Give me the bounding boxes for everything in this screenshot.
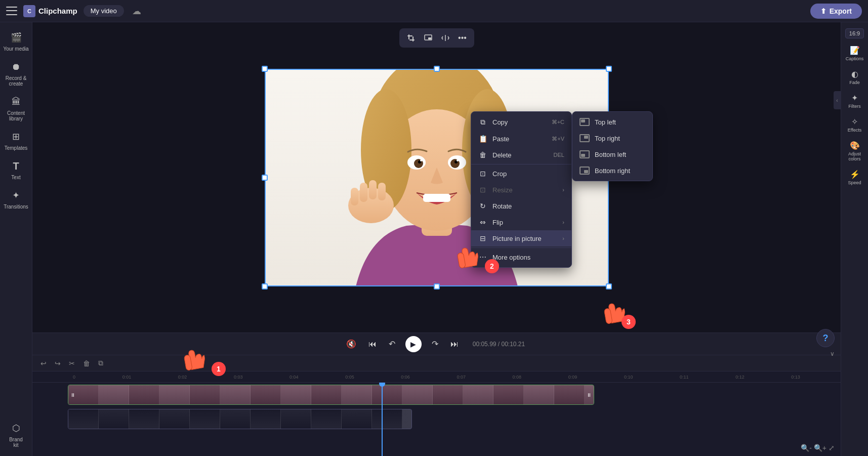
fade-button[interactable]: ◐ Fade [843, 66, 867, 88]
pip-top-right[interactable]: Top right [572, 130, 652, 146]
zoom-fit-button[interactable]: ⤢ [829, 444, 835, 452]
play-pause-button[interactable]: ▶ [405, 336, 422, 352]
rewind-button[interactable]: ↶ [387, 337, 397, 351]
context-menu-crop[interactable]: ⊡ Crop [471, 165, 571, 182]
time-separator: / [498, 341, 502, 348]
main-area: 🎬 Your media ⏺ Record &create 🏛 Contentl… [0, 22, 868, 456]
mirror-toolbar-btn[interactable] [438, 30, 453, 46]
panel-scroll-down[interactable]: ∨ [830, 350, 835, 357]
context-menu-rotate[interactable]: ↻ Rotate [471, 198, 571, 214]
adjust-colors-label: Adjustcolors [848, 151, 861, 161]
pip-bottom-left-label: Bottom left [595, 151, 626, 158]
track-row-second [32, 407, 841, 431]
ruler-marks: 0 0:01 0:02 0:03 0:04 0:05 0:06 0:07 0:0… [73, 375, 800, 380]
context-menu: ⧉ Copy ⌘+C 📋 Paste ⌘+V 🗑 Delete DEL ⊡ Cr… [471, 111, 572, 268]
left-sidebar: 🎬 Your media ⏺ Record &create 🏛 Contentl… [0, 22, 32, 456]
handle-bottom-right[interactable] [606, 283, 612, 289]
pip-submenu: Top left Top right Bottom left Bottom ri… [572, 111, 653, 181]
svg-rect-0 [408, 34, 409, 39]
rotate-icon: ↻ [478, 202, 487, 210]
adjust-colors-button[interactable]: 🎨 Adjustcolors [843, 138, 867, 164]
redo-button[interactable]: ↪ [53, 358, 63, 368]
more-options-icon: ⋯ [478, 253, 487, 261]
record-icon: ⏺ [9, 60, 23, 74]
sidebar-item-transitions[interactable]: ✦ Transitions [1, 184, 31, 214]
speed-icon: ⚡ [850, 170, 860, 179]
handle-top-right[interactable] [606, 66, 612, 72]
context-menu-resize[interactable]: ⊡ Resize › [471, 182, 571, 198]
undo-button[interactable]: ↩ [38, 358, 49, 368]
pip-label: Picture in picture [492, 235, 542, 242]
sidebar-item-your-media[interactable]: 🎬 Your media [1, 26, 31, 56]
sidebar-item-templates[interactable]: ⊞ Templates [1, 126, 31, 155]
paste-shortcut: ⌘+V [552, 136, 564, 142]
templates-icon: ⊞ [9, 130, 23, 144]
pip-bottom-right-icon [580, 167, 590, 175]
handle-top-left[interactable] [262, 66, 268, 72]
cloud-save-icon[interactable]: ☁ [132, 6, 141, 17]
context-menu-delete[interactable]: 🗑 Delete DEL [471, 147, 571, 163]
cut-button[interactable]: ✂ [67, 358, 77, 368]
speed-button[interactable]: ⚡ Speed [843, 167, 867, 188]
sidebar-item-text[interactable]: T Text [1, 155, 31, 184]
delete-button[interactable]: 🗑 [81, 358, 92, 368]
effects-button[interactable]: ✧ Effects [843, 114, 867, 136]
context-menu-more-options[interactable]: ⋯ More options [471, 249, 571, 265]
timeline-area: ↩ ↪ ✂ 🗑 ⧉ 0 0:01 0:02 0:03 0:04 0:05 0:0… [32, 355, 841, 456]
handle-bottom-left[interactable] [262, 283, 268, 289]
sidebar-label-record-create: Record &create [6, 75, 27, 87]
delete-shortcut: DEL [554, 152, 564, 158]
svg-rect-5 [428, 37, 431, 39]
timeline-playhead[interactable] [382, 383, 383, 456]
context-menu-pip[interactable]: ⊟ Picture in picture › [471, 230, 571, 246]
sidebar-item-record-create[interactable]: ⏺ Record &create [1, 56, 31, 91]
skip-to-end-button[interactable]: ⏭ [448, 338, 461, 351]
skip-to-start-button[interactable]: ⏮ [366, 338, 379, 351]
captions-button[interactable]: 📝 Captions [843, 43, 867, 64]
resize-label: Resize [492, 186, 513, 194]
svg-rect-20 [423, 194, 450, 202]
delete-icon: 🗑 [478, 151, 487, 159]
context-menu-copy[interactable]: ⧉ Copy ⌘+C [471, 114, 571, 131]
export-button[interactable]: ⬆ Export [810, 4, 862, 19]
second-clip[interactable] [68, 409, 412, 429]
center-content: ••• [32, 22, 841, 456]
sidebar-item-brand-kit[interactable]: ⬡ Brandkit [1, 417, 31, 452]
more-toolbar-btn[interactable]: ••• [455, 30, 470, 46]
svg-rect-26 [378, 183, 386, 200]
text-icon: T [9, 159, 23, 173]
context-menu-paste[interactable]: 📋 Paste ⌘+V [471, 131, 571, 147]
filters-button[interactable]: ✦ Filters [843, 90, 867, 112]
handle-mid-left[interactable] [262, 175, 268, 181]
hamburger-menu[interactable] [6, 6, 17, 17]
pip-bottom-left[interactable]: Bottom left [572, 146, 652, 162]
playback-controls: 🔇 ⏮ ↶ ▶ ↷ ⏭ 00:05.99 / 00:10.21 [32, 333, 841, 355]
crop-toolbar-btn[interactable] [403, 30, 419, 46]
help-button[interactable]: ? [816, 329, 835, 347]
app-title: Clipchamp [38, 7, 77, 15]
sidebar-label-templates: Templates [5, 145, 28, 151]
handle-top-mid[interactable] [434, 66, 440, 72]
pip-top-left[interactable]: Top left [572, 114, 652, 130]
sidebar-item-content-library[interactable]: 🏛 Contentlibrary [1, 91, 31, 126]
context-menu-flip[interactable]: ⇔ Flip › [471, 214, 571, 230]
flip-label: Flip [492, 219, 503, 226]
current-time: 00:05.99 [473, 341, 497, 348]
zoom-in-button[interactable]: 🔍+ [814, 444, 826, 452]
pip-toolbar-btn[interactable] [421, 30, 436, 46]
pip-bottom-right[interactable]: Bottom right [572, 162, 652, 179]
zoom-out-button[interactable]: 🔍- [801, 444, 812, 452]
panel-collapse-button[interactable]: ‹ [834, 91, 841, 109]
mute-button[interactable]: 🔇 [344, 337, 358, 351]
main-clip[interactable]: ⏸ [68, 385, 594, 405]
aspect-ratio-button[interactable]: 16:9 [845, 28, 864, 38]
resize-icon: ⊡ [478, 186, 487, 194]
pip-top-right-label: Top right [595, 135, 620, 142]
duplicate-button[interactable]: ⧉ [96, 358, 105, 368]
export-arrow-icon: ⬆ [820, 7, 826, 15]
video-title[interactable]: My video [84, 5, 124, 17]
fast-forward-button[interactable]: ↷ [430, 337, 440, 351]
handle-bottom-mid[interactable] [434, 283, 440, 289]
timeline-toolbar: ↩ ↪ ✂ 🗑 ⧉ [32, 355, 841, 371]
captions-label: Captions [846, 56, 864, 61]
